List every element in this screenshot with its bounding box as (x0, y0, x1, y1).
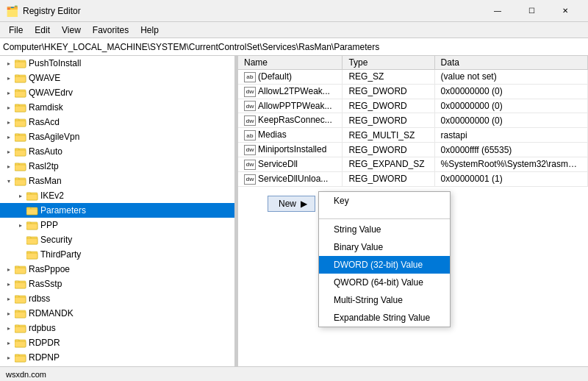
cell-data: (value not set) (434, 70, 587, 85)
app-icon: 🗂️ (6, 5, 18, 17)
svg-rect-44 (15, 268, 26, 274)
tree-item[interactable]: ▸ QWAVE (0, 71, 234, 85)
window-controls: — ☐ ✕ (481, 0, 582, 22)
cell-name: ab(Default) (238, 70, 343, 85)
close-button[interactable]: ✕ (548, 0, 582, 22)
tree-arrow-icon: ▸ (3, 146, 15, 157)
tree-item[interactable]: Parameters (0, 203, 234, 218)
tree-item[interactable]: ▸ RDPNP (0, 350, 234, 365)
tree-arrow-icon (15, 249, 26, 260)
svg-rect-17 (15, 135, 26, 141)
tree-item[interactable]: ▸ Ramdisk (0, 100, 234, 115)
tree-item[interactable]: ▾ RasMan (0, 174, 234, 188)
tree-item[interactable]: ▸ Rasl2tp (0, 159, 234, 174)
cell-type: REG_DWORD (343, 99, 434, 113)
tree-item[interactable]: Security (0, 232, 234, 247)
tree-item[interactable]: ▸ RDMANDK (0, 306, 234, 321)
svg-rect-62 (15, 356, 26, 362)
submenu-item[interactable] (319, 210, 450, 217)
submenu-item[interactable]: Key (319, 192, 450, 210)
separator (319, 218, 450, 219)
menu-help[interactable]: Help (135, 24, 165, 37)
registry-value-icon: dw (244, 101, 256, 111)
app-title: Registry Editor (23, 6, 481, 16)
folder-icon (26, 205, 38, 216)
folder-icon (15, 117, 26, 127)
tree-arrow-icon: ▸ (3, 293, 15, 305)
menu-edit[interactable]: Edit (29, 24, 56, 37)
folder-icon (26, 249, 38, 260)
tree-item[interactable]: ▸ RDPUDD (0, 365, 234, 366)
tree-item-label: RDMANDK (29, 308, 74, 318)
tree-item-label: RDPDR (29, 338, 60, 348)
statusbar: wsxdn.com (0, 366, 588, 381)
registry-value-icon: ab (244, 130, 256, 140)
tree-item[interactable]: ▸ RDPDR (0, 335, 234, 350)
folder-icon (15, 102, 26, 113)
folder-icon (15, 73, 26, 83)
submenu-item[interactable]: String Value (319, 221, 450, 238)
tree-item[interactable]: ▸ rdbss (0, 291, 234, 306)
tree-item[interactable]: ▸ IKEv2 (0, 188, 234, 203)
tree-pane[interactable]: ▸ PushToInstall▸ QWAVE▸ QWAVEdrv▸ Ramdis… (0, 56, 235, 366)
folder-icon (15, 58, 26, 68)
tree-arrow-icon: ▸ (3, 87, 15, 99)
svg-rect-29 (26, 194, 37, 200)
table-row[interactable]: dwAllowPPTPWeak...REG_DWORD0x00000000 (0… (238, 99, 588, 113)
svg-rect-35 (26, 224, 37, 229)
value-name: ServiceDll (258, 159, 298, 169)
menu-view[interactable]: View (56, 24, 87, 37)
status-text: wsxdn.com (6, 370, 46, 379)
new-button[interactable]: New ▶ (268, 196, 315, 212)
menu-favorites[interactable]: Favorites (87, 24, 135, 37)
submenu-item[interactable]: DWORD (32-bit) Value (319, 256, 450, 274)
minimize-button[interactable]: — (481, 0, 514, 22)
tree-item[interactable]: ▸ PPP (0, 218, 234, 232)
tree-item[interactable]: ▸ rdpbus (0, 321, 234, 335)
cell-name: dwAllowPPTPWeak... (238, 99, 343, 113)
maximize-button[interactable]: ☐ (514, 0, 548, 22)
tree-item-label: QWAVEdrv (29, 88, 73, 98)
tree-item[interactable]: ▸ QWAVEdrv (0, 85, 234, 100)
tree-arrow-icon: ▾ (3, 175, 15, 187)
tree-item[interactable]: ▸ RasAcd (0, 115, 234, 129)
cell-type: REG_EXPAND_SZ (343, 157, 434, 171)
folder-icon (15, 338, 26, 348)
menu-file[interactable]: File (3, 24, 29, 37)
svg-rect-50 (15, 297, 26, 303)
tree-item[interactable]: ▸ RasSstp (0, 277, 234, 291)
table-row[interactable]: dwMiniportsInstalledREG_DWORD0x0000ffff … (238, 143, 588, 157)
table-row[interactable]: dwAllowL2TPWeak...REG_DWORD0x00000000 (0… (238, 84, 588, 99)
tree-arrow-icon (15, 234, 26, 246)
folder-icon (15, 146, 26, 157)
tree-item[interactable]: ▸ PushToInstall (0, 56, 234, 71)
cell-name: dwAllowL2TPWeak... (238, 84, 343, 99)
tree-item[interactable]: ▸ RasAgileVpn (0, 129, 234, 144)
tree-arrow-icon: ▸ (3, 263, 15, 275)
tree-item[interactable]: ThirdParty (0, 247, 234, 262)
table-row[interactable]: dwKeepRasConnec...REG_DWORD0x00000000 (0… (238, 113, 588, 128)
table-row[interactable]: abMediasREG_MULTI_SZrastapi (238, 128, 588, 143)
svg-rect-53 (15, 312, 26, 318)
folder-icon (15, 264, 26, 274)
new-label: New (279, 199, 296, 209)
tree-item[interactable]: ▸ RasAuto (0, 144, 234, 159)
submenu-item[interactable]: QWORD (64-bit) Value (319, 274, 450, 291)
table-row[interactable]: dwServiceDllREG_EXPAND_SZ%SystemRoot%\Sy… (238, 157, 588, 171)
submenu-item[interactable]: Expandable String Value (319, 309, 450, 327)
table-row[interactable]: ab(Default)REG_SZ(value not set) (238, 70, 588, 85)
addressbar: Computer\HKEY_LOCAL_MACHINE\SYSTEM\Curre… (0, 38, 588, 56)
tree-item-label: Security (40, 235, 72, 245)
svg-rect-14 (15, 121, 26, 127)
tree-item[interactable]: ▸ RasPppoe (0, 262, 234, 277)
value-name: AllowL2TPWeak... (258, 86, 330, 96)
submenu-item[interactable]: Binary Value (319, 238, 450, 256)
registry-value-icon: dw (244, 87, 256, 97)
value-name: AllowPPTPWeak... (258, 101, 331, 111)
detail-pane[interactable]: Name Type Data ab(Default)REG_SZ(value n… (238, 56, 588, 366)
tree-item-label: PushToInstall (29, 58, 81, 68)
folder-icon (15, 132, 26, 142)
table-row[interactable]: dwServiceDllUnloa...REG_DWORD0x00000001 … (238, 171, 588, 186)
tree-item-label: ThirdParty (40, 249, 81, 260)
submenu-item[interactable]: Multi-String Value (319, 291, 450, 309)
